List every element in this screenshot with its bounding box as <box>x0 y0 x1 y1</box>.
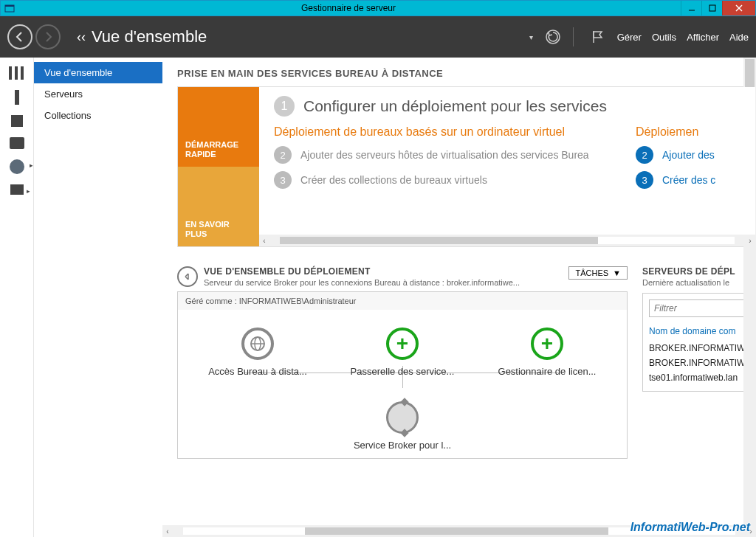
menu-tools[interactable]: Outils <box>652 32 676 43</box>
big-step-number: 1 <box>274 96 295 117</box>
window-title: Gestionnaire de serveur <box>16 3 681 13</box>
colB-step2-text[interactable]: Ajouter des <box>662 149 715 161</box>
servers-panel-title: SERVEURS DE DÉPL <box>642 266 756 277</box>
refresh-button[interactable] <box>543 27 563 46</box>
breadcrumb-lead: ‹‹ <box>77 30 86 45</box>
svg-rect-3 <box>709 5 715 11</box>
rail-file-services-icon[interactable] <box>10 137 24 149</box>
colA-step2-num: 2 <box>274 146 292 164</box>
nav-item-collections[interactable]: Collections <box>34 105 162 126</box>
tasks-label: TÂCHES <box>575 268 608 277</box>
left-icon-rail <box>0 58 34 537</box>
plus-icon: + <box>386 328 419 360</box>
quickstart-tab-learn[interactable]: EN SAVOIR PLUS <box>178 167 259 246</box>
rail-more-icon[interactable] <box>10 184 24 195</box>
colA-heading: Déploiement de bureaux basés sur un ordi… <box>274 125 606 139</box>
node-licensing[interactable]: + Gestionnaire de licen... <box>484 328 610 377</box>
quickstart-horizontal-scrollbar[interactable]: ‹› <box>259 235 755 246</box>
colB-step2-num: 2 <box>636 146 653 164</box>
nav-item-servers[interactable]: Serveurs <box>34 83 162 105</box>
plus-icon: + <box>531 328 563 360</box>
server-row[interactable]: BROKER.INFORMATIW <box>649 341 749 356</box>
globe-icon <box>241 328 274 360</box>
breadcrumb-dropdown-icon[interactable]: ▾ <box>529 33 533 41</box>
colB-step3-num: 3 <box>636 171 653 189</box>
quickstart-section-header: PRISE EN MAIN DES SERVICES BUREAU À DIST… <box>177 68 756 79</box>
managed-as-line: Géré comme : INFORMATIWEB\Administrateur <box>178 292 627 310</box>
servers-column-header[interactable]: Nom de domaine com <box>649 326 749 336</box>
node-gateway[interactable]: + Passerelle des service... <box>340 328 465 377</box>
window-titlebar: Gestionnaire de serveur <box>0 0 756 16</box>
colB-heading: Déploiemen <box>636 125 746 139</box>
toolbar-separator <box>573 27 577 46</box>
deployment-panel-icon <box>177 266 198 287</box>
node-broker-label: Service Broker pour l... <box>178 440 627 451</box>
deployment-panel-subtitle: Serveur du service Broker pour les conne… <box>204 278 520 287</box>
page-title: Vue d'ensemble <box>92 27 529 46</box>
svg-rect-1 <box>5 5 14 7</box>
main-area: ▴▾ PRISE EN MAIN DES SERVICES BUREAU À D… <box>162 58 756 537</box>
close-button[interactable] <box>722 1 755 15</box>
deployment-overview-panel: VUE D'ENSEMBLE DU DÉPLOIEMENT Serveur du… <box>177 266 628 459</box>
colA-step3-num: 3 <box>274 171 292 189</box>
quickstart-tab-start[interactable]: DÉMARRAGE RAPIDE <box>178 87 259 167</box>
app-icon <box>3 1 16 15</box>
big-step-title: Configurer un déploiement pour les servi… <box>303 97 607 115</box>
chevron-down-icon: ▼ <box>613 268 621 277</box>
nav-panel: Vue d'ensemble Serveurs Collections <box>34 58 162 537</box>
broker-icon <box>386 401 419 434</box>
rail-dashboard-icon[interactable] <box>9 66 25 80</box>
nav-forward-button <box>35 24 61 49</box>
rail-rds-icon[interactable] <box>10 159 24 174</box>
nav-back-button[interactable] <box>7 24 32 49</box>
colB-step3-text[interactable]: Créer des c <box>662 174 715 186</box>
servers-panel-subtitle: Dernière actualisation le <box>642 278 756 287</box>
menu-manage[interactable]: Gérer <box>617 32 642 43</box>
tasks-dropdown[interactable]: TÂCHES ▼ <box>568 266 628 280</box>
maximize-button[interactable] <box>701 1 722 15</box>
notifications-flag-icon[interactable] <box>588 27 607 46</box>
nav-item-overview[interactable]: Vue d'ensemble <box>34 62 162 83</box>
colA-step2-text[interactable]: Ajouter des serveurs hôtes de virtualisa… <box>300 149 589 161</box>
colA-step3-text[interactable]: Créer des collections de bureaux virtuel… <box>300 174 487 186</box>
node-web-access[interactable]: Accès Bureau à dista... <box>195 328 320 377</box>
server-row[interactable]: tse01.informatiweb.lan <box>649 370 749 385</box>
deployment-horizontal-scrollbar[interactable]: ‹› <box>162 525 756 537</box>
deployment-panel-title: VUE D'ENSEMBLE DU DÉPLOIEMENT <box>204 266 520 277</box>
servers-filter-input[interactable] <box>649 299 749 317</box>
minimize-button[interactable] <box>681 1 701 15</box>
deployment-servers-panel: SERVEURS DE DÉPL Dernière actualisation … <box>642 266 756 459</box>
main-toolbar: ‹‹ Vue d'ensemble ▾ Gérer Outils Affiche… <box>0 16 756 58</box>
rail-local-server-icon[interactable] <box>15 90 19 105</box>
server-row[interactable]: BROKER.INFORMATIW <box>649 356 749 370</box>
rail-all-servers-icon[interactable] <box>11 115 23 127</box>
menu-view[interactable]: Afficher <box>687 32 719 43</box>
quickstart-box: DÉMARRAGE RAPIDE EN SAVOIR PLUS 1 Config… <box>177 86 756 247</box>
menu-help[interactable]: Aide <box>729 32 749 43</box>
